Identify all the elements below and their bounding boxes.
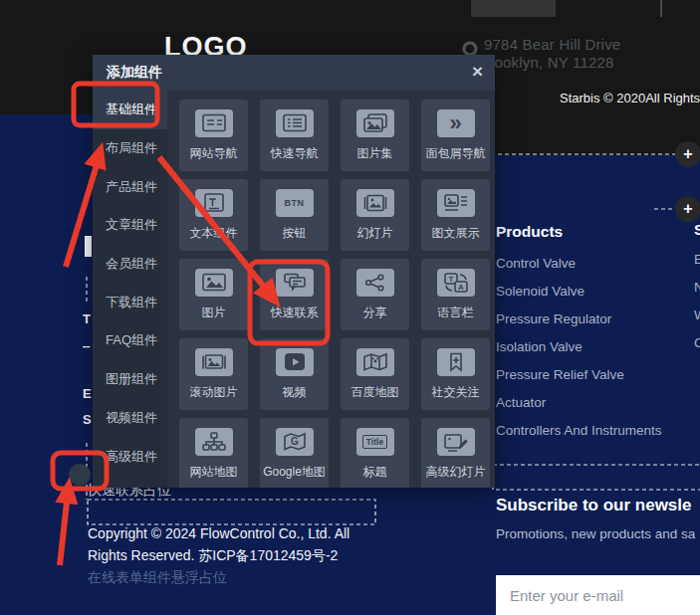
component-grid: 网站导航 快速导航 图片集 » 面包屑导航 文本组件 [179, 100, 495, 488]
footer-products-column: Products Control ValveSolenoid ValvePres… [496, 223, 695, 452]
modal-header: 添加组件 × [93, 55, 495, 91]
topbar-image-placeholder [471, 0, 556, 17]
photo-set-icon [356, 109, 394, 137]
footer-clipped-column: S ENWC [694, 223, 700, 364]
clipped-column-heading: S [694, 223, 700, 237]
category-tab[interactable]: 文章组件 [93, 206, 167, 245]
social-follow-icon [437, 348, 475, 376]
footer-link[interactable]: Actuator [496, 396, 695, 410]
video-icon [276, 348, 314, 376]
quick-nav-icon [276, 109, 314, 137]
add-section-button[interactable]: + [675, 196, 700, 222]
component-tile[interactable]: 快速联系 [260, 259, 329, 330]
slideshow-icon [356, 189, 394, 217]
component-panel: 网站导航 快速导航 图片集 » 面包屑导航 文本组件 [167, 91, 495, 488]
page-header-extension [495, 114, 700, 155]
category-tab[interactable]: FAQ组件 [93, 321, 167, 360]
component-tile[interactable]: 文本组件 [179, 179, 248, 251]
svg-text:G: G [291, 436, 299, 447]
clipped-footer-link: W [694, 308, 700, 322]
component-tile[interactable]: 幻灯片 [341, 179, 409, 251]
footer-link[interactable]: Isolation Valve [496, 340, 695, 354]
modal-title: 添加组件 [107, 64, 162, 82]
svg-text:T: T [448, 274, 453, 283]
scroll-image-icon [195, 348, 233, 376]
category-tab[interactable]: 高级组件 [93, 437, 167, 476]
category-tab[interactable]: 下载组件 [93, 283, 167, 321]
google-map-icon: G [276, 428, 314, 456]
modal-body: 基础组件 布局组件 产品组件 文章组件 会员组件 下载组件 FAQ组件 图册组 [93, 91, 495, 488]
topbar-divider [660, 0, 662, 17]
component-tile[interactable]: 网站导航 [179, 100, 248, 171]
footer-link[interactable]: Solenoid Valve [496, 285, 695, 299]
component-tile[interactable]: 网站地图 [179, 418, 248, 488]
footer-link[interactable]: Control Valve [496, 257, 695, 271]
component-tile[interactable]: 百度地图 [341, 338, 409, 410]
floating-widget-dot[interactable] [69, 464, 91, 486]
footer-link[interactable]: Controllers And Instruments [496, 424, 695, 438]
image-icon [195, 269, 233, 297]
component-category-list: 基础组件 布局组件 产品组件 文章组件 会员组件 下载组件 FAQ组件 图册组 [93, 91, 167, 488]
quick-contact-icon [276, 269, 314, 297]
category-tab[interactable]: 产品组件 [93, 167, 167, 206]
clipped-footer-link: N [694, 281, 700, 295]
clipped-heading-sliver [85, 236, 92, 257]
clipped-text-fragment: T [83, 311, 92, 326]
clipped-text-fragment: ‒ [83, 338, 92, 353]
component-tile[interactable]: 高级幻灯片 [421, 418, 490, 488]
close-icon[interactable]: × [472, 62, 483, 82]
category-tab[interactable]: 视频组件 [93, 399, 167, 438]
clipped-text-fragment: E [83, 386, 92, 401]
component-tile[interactable]: TA 语言栏 [421, 259, 490, 330]
svg-text:A: A [458, 282, 464, 291]
title-icon: Title [356, 428, 394, 456]
component-tile[interactable]: » 面包屑导航 [421, 100, 490, 171]
email-input[interactable] [496, 575, 700, 615]
products-heading: Products [496, 223, 695, 241]
footer-link[interactable]: Pressure Relief Valve [496, 368, 695, 382]
add-component-modal: 添加组件 × 基础组件 布局组件 产品组件 文章组件 会员组件 下载组件 [93, 55, 495, 488]
component-tile[interactable]: 图文展示 [421, 179, 490, 251]
component-tile[interactable]: G Google地图 [260, 418, 329, 488]
component-tile[interactable]: 社交关注 [421, 338, 490, 410]
annotation-arrow-3 [60, 501, 67, 565]
component-tile[interactable]: BTN 按钮 [260, 179, 329, 251]
address-line-1: 9784 Bear Hill Drive [484, 36, 620, 53]
site-nav-icon [195, 109, 233, 137]
clipped-footer-link: C [694, 336, 700, 350]
language-icon: TA [437, 269, 475, 297]
category-tab[interactable]: 会员组件 [93, 245, 167, 284]
component-tile[interactable]: 快速导航 [260, 100, 329, 171]
category-tab[interactable]: 布局组件 [93, 129, 167, 168]
products-links: Control ValveSolenoid ValvePressure Regu… [496, 257, 695, 438]
category-tab[interactable]: 基础组件 [93, 91, 167, 129]
text-icon [195, 189, 233, 217]
form-placeholder-note: 在线表单组件悬浮占位 [88, 569, 227, 587]
component-tile[interactable]: 视频 [260, 338, 329, 410]
subscribe-section: Subscribe to our newsle Promotions, new … [496, 496, 700, 541]
component-tile[interactable]: Title 标题 [341, 418, 409, 488]
component-tile[interactable]: 滚动图片 [179, 338, 248, 410]
screenshot-root: LOGO 9784 Bear Hill Drive Brooklyn, NY 1… [0, 0, 700, 615]
add-section-button[interactable]: + [675, 141, 700, 167]
clipped-text-fragment: S [83, 412, 92, 427]
address-line-2: Brooklyn, NY 11228 [479, 54, 614, 71]
clipped-footer-link: E [694, 253, 700, 267]
copyright-line-1: Copyright © 2024 FlowControl Co., Ltd. A… [88, 525, 350, 541]
copyright-line-2: Rights Reserved. 苏ICP备17012459号-2 [88, 547, 338, 565]
component-tile[interactable]: 图片集 [341, 100, 409, 171]
site-credit: Starbis © 2020All Rights R [560, 91, 700, 105]
footer-link[interactable]: Pressure Regulator [496, 312, 695, 326]
component-tile[interactable]: 图片 [179, 259, 248, 330]
component-tile[interactable]: 分享 [341, 259, 409, 330]
baidu-map-icon [356, 348, 394, 376]
sitemap-icon [195, 428, 233, 456]
subscribe-heading: Subscribe to our newsle [496, 496, 700, 515]
image-text-icon [437, 189, 475, 217]
category-tab[interactable]: 图册组件 [93, 360, 167, 399]
share-icon [356, 269, 394, 297]
breadcrumb-icon: » [437, 109, 475, 137]
subscribe-subtitle: Promotions, new products and sa [496, 526, 700, 541]
button-icon: BTN [276, 189, 314, 217]
adv-slideshow-icon [437, 428, 475, 456]
